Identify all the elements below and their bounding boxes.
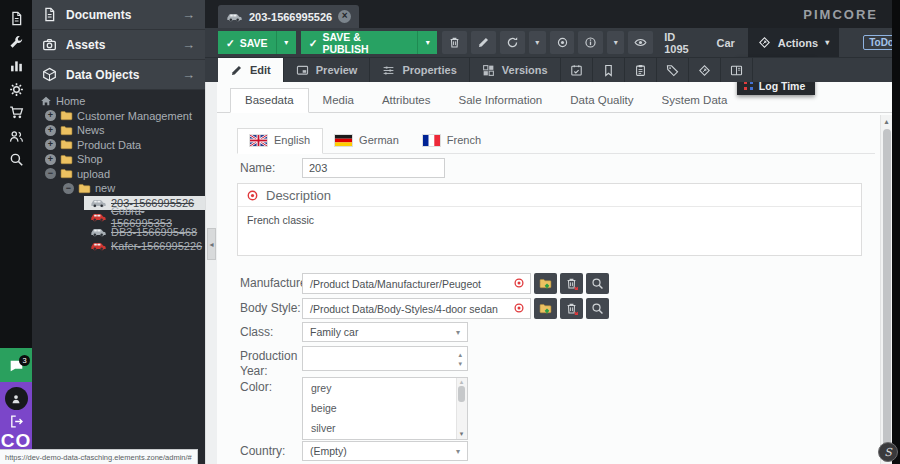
document-icon (42, 7, 57, 22)
tab-properties[interactable]: Properties (370, 58, 469, 82)
view-tabs-row: Edit Preview Properties Versions (205, 57, 900, 82)
save-button[interactable]: ✓ SAVE (218, 31, 276, 54)
search-rail-icon[interactable] (0, 148, 32, 172)
settings-rail-icon[interactable] (0, 78, 32, 102)
reload-dropdown-button[interactable]: ▾ (529, 31, 546, 54)
tree-node-shop[interactable]: + Shop (32, 152, 205, 167)
production-year-spinner[interactable]: ▴ ▾ (302, 346, 468, 371)
tools-rail-icon[interactable] (0, 31, 32, 55)
form-scrollbar[interactable]: ▴ (880, 115, 892, 464)
actions-menu-wrap: Actions ▾ Start Work Log Time (748, 28, 839, 57)
expand-plus-icon[interactable]: + (45, 125, 56, 136)
color-option-silver[interactable]: silver (303, 418, 467, 438)
bookmark-tab-button[interactable] (593, 58, 625, 82)
spinner-arrows[interactable]: ▴ ▾ (458, 350, 462, 368)
open-preview-button[interactable] (628, 31, 653, 54)
tree-node-object-kafer[interactable]: Kafer-1566995226 (84, 239, 205, 254)
lang-tab-english[interactable]: English (237, 128, 323, 154)
tab-media[interactable]: Media (309, 89, 368, 112)
listbox-scrollbar[interactable]: ▴ ▾ (456, 378, 467, 439)
expand-plus-icon[interactable]: + (45, 139, 56, 150)
remove-relation-button[interactable] (560, 298, 583, 319)
actions-button[interactable]: Actions ▾ (748, 28, 839, 57)
save-publish-button[interactable]: ✓ SAVE & PUBLISH (301, 31, 418, 54)
tree-node-news[interactable]: + News (32, 123, 205, 138)
tab-data-quality[interactable]: Data Quality (556, 89, 647, 112)
lang-tab-french[interactable]: French (411, 129, 493, 153)
country-select[interactable]: (Empty) ▾ (302, 441, 468, 461)
logout-icon[interactable] (9, 414, 24, 429)
panel-splitter[interactable] (205, 82, 217, 464)
tab-system-data[interactable]: System Data (648, 89, 742, 112)
description-editor[interactable]: French classic (238, 207, 861, 233)
scrollbar-thumb[interactable] (883, 129, 891, 462)
sidebar-section-documents[interactable]: Documents → (32, 0, 205, 30)
select-value: (Empty) (310, 445, 347, 457)
ecommerce-rail-icon[interactable] (0, 101, 32, 125)
close-icon[interactable]: × (338, 10, 351, 23)
schedule-tab-button[interactable] (561, 58, 593, 82)
save-dropdown-button[interactable]: ▾ (276, 31, 296, 54)
tree-node-object-db3[interactable]: DB3-1566995468 (84, 225, 205, 240)
users-rail-icon[interactable] (0, 125, 32, 149)
check-icon: ✓ (309, 37, 318, 49)
manufacturer-relation-field[interactable]: /Product Data/Manufacturer/Peugeot (302, 273, 531, 294)
notes-tab-button[interactable] (625, 58, 657, 82)
expand-plus-icon[interactable]: + (45, 154, 56, 165)
expand-plus-icon[interactable]: + (45, 110, 56, 121)
extension-badge[interactable]: S (878, 442, 898, 462)
color-multiselect[interactable]: grey beige silver ▴ ▾ (302, 377, 468, 440)
search-relation-button[interactable] (586, 298, 609, 319)
reports-tab-button[interactable] (721, 58, 753, 82)
tree-node-product-data[interactable]: + Product Data (32, 138, 205, 153)
scrollbar-thumb[interactable] (458, 386, 465, 402)
caret-down-icon: ▾ (457, 430, 466, 438)
color-option-beige[interactable]: beige (303, 398, 467, 418)
color-option-grey[interactable]: grey (303, 378, 467, 398)
status-url-tooltip: https://dev-demo-data-cfasching.elements… (0, 449, 198, 464)
tree-node-new[interactable]: − new (32, 181, 205, 196)
lang-tab-german[interactable]: German (323, 129, 411, 153)
search-relation-button[interactable] (586, 273, 609, 294)
sidebar-section-assets[interactable]: Assets → (32, 30, 205, 60)
collapse-minus-icon[interactable]: − (63, 183, 74, 194)
german-flag-icon (335, 135, 352, 146)
caret-up-icon: ▴ (881, 115, 892, 126)
workflow-tab-button[interactable] (689, 58, 721, 82)
reload-button[interactable] (500, 31, 525, 54)
tree-node-object-cobra[interactable]: Cobra-1566995353 (84, 210, 205, 225)
user-avatar[interactable] (5, 387, 28, 410)
rename-button[interactable] (471, 31, 496, 54)
collapse-minus-icon[interactable]: − (45, 168, 56, 179)
open-object-tab[interactable]: 203-1566995526 × (218, 5, 359, 28)
documents-rail-icon[interactable] (0, 7, 32, 31)
reports-rail-icon[interactable] (0, 54, 32, 78)
open-relation-button[interactable] (534, 273, 557, 294)
name-input[interactable] (302, 158, 445, 178)
save-split-button: ✓ SAVE ▾ (218, 31, 296, 54)
class-select[interactable]: Family car ▾ (302, 322, 468, 342)
tab-preview[interactable]: Preview (284, 58, 371, 82)
sidebar-section-data-objects[interactable]: Data Objects → (32, 60, 205, 90)
tab-sale-information[interactable]: Sale Information (445, 89, 557, 112)
remove-relation-button[interactable] (560, 273, 583, 294)
open-relation-button[interactable] (534, 298, 557, 319)
panel-collapse-handle[interactable]: ◂ (207, 228, 216, 260)
tags-tab-button[interactable] (657, 58, 689, 82)
delete-button[interactable] (442, 31, 467, 54)
tab-edit[interactable]: Edit (218, 58, 284, 82)
caret-down-icon: ▾ (456, 447, 460, 456)
save-publish-dropdown-button[interactable]: ▾ (417, 31, 437, 54)
notifications-button[interactable]: 3 (0, 348, 32, 382)
info-button[interactable] (578, 31, 603, 54)
tree-node-home[interactable]: Home (32, 94, 205, 109)
tree-node-upload[interactable]: − upload (32, 167, 205, 182)
tree-node-customer-management[interactable]: + Customer Management (32, 109, 205, 124)
body-style-relation-field[interactable]: /Product Data/Body-Styles/4-door sedan (302, 298, 531, 319)
locate-in-tree-button[interactable] (550, 31, 575, 54)
info-dropdown-button[interactable]: ▾ (607, 31, 624, 54)
top-tab-bar: 203-1566995526 × PIMCORE (205, 0, 900, 28)
tab-versions[interactable]: Versions (470, 58, 561, 82)
tab-attributes[interactable]: Attributes (368, 89, 445, 112)
tab-basedata[interactable]: Basedata (230, 88, 309, 113)
